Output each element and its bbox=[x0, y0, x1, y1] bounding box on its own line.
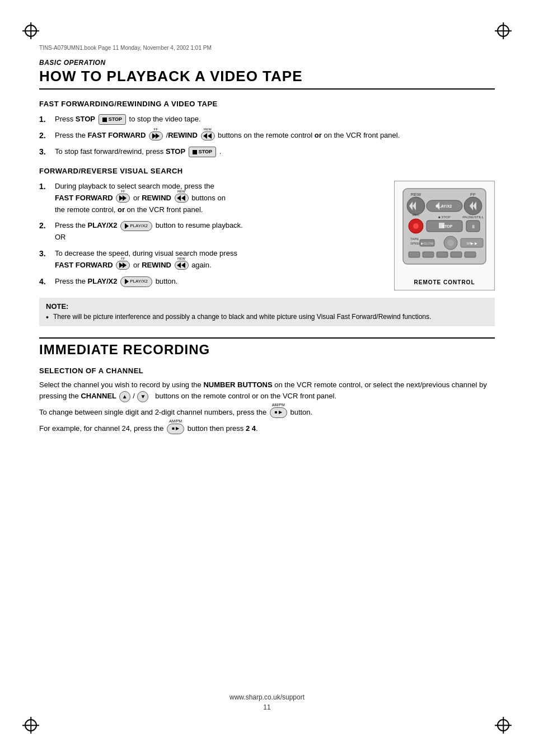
ff-triangle2-icon bbox=[156, 133, 160, 139]
ff-button-icon: FF bbox=[149, 132, 163, 140]
svg-text:▶SLOW: ▶SLOW bbox=[421, 242, 434, 245]
ampm-button-icon: AM/PM ■ ▶ bbox=[270, 407, 287, 418]
main-title: HOW TO PLAYBACK A VIDEO TAPE bbox=[39, 68, 495, 90]
svg-text:■ STOP: ■ STOP bbox=[438, 215, 451, 219]
play-button-icon: PLAY/X2 bbox=[120, 221, 152, 232]
stop-square2-icon bbox=[193, 150, 197, 154]
section2-list: 1. During playback to select search mode… bbox=[39, 181, 383, 288]
list-item: 2. Press the FAST FORWARD FF /REWIND REW bbox=[39, 130, 495, 142]
remote-svg: REW FF PLAY/X2 bbox=[400, 186, 489, 275]
svg-text:SP▶ ▶: SP▶ ▶ bbox=[466, 242, 477, 245]
ff-button3-icon: FF bbox=[116, 261, 130, 270]
rew-tri3-icon bbox=[177, 262, 181, 268]
reg-mark-tl bbox=[22, 22, 39, 39]
play-triangle-icon bbox=[125, 223, 129, 229]
svg-text:PAUSE/STILL: PAUSE/STILL bbox=[462, 215, 484, 219]
list-item: 3. To stop fast forward/rewind, press ST… bbox=[39, 146, 495, 158]
list-item: 1. During playback to select search mode… bbox=[39, 181, 383, 215]
ff-tri4-icon bbox=[123, 262, 127, 268]
remote-diagram: REW FF PLAY/X2 bbox=[394, 181, 495, 290]
section1-heading: FAST FORWARDING/REWINDING A VIDEO TAPE bbox=[39, 100, 495, 108]
rew-button2-icon: REW bbox=[175, 194, 189, 203]
svg-point-13 bbox=[413, 223, 419, 229]
list-item: 4. Press the PLAY/X2 PLAY/X2 button. bbox=[39, 276, 383, 288]
rew-button-icon: REW bbox=[201, 132, 215, 140]
page: TINS-A079UMN1.book Page 11 Monday, Novem… bbox=[0, 0, 534, 756]
note-title: NOTE: bbox=[46, 302, 488, 311]
ampm-label-top2: AM/PM bbox=[169, 418, 182, 424]
footer-url: www.sharp.co.uk/support bbox=[39, 693, 495, 701]
svg-text:PLAY/X2: PLAY/X2 bbox=[436, 204, 452, 208]
page-footer: www.sharp.co.uk/support 11 bbox=[39, 693, 495, 711]
svg-rect-34 bbox=[465, 252, 476, 257]
svg-text:TAPE: TAPE bbox=[410, 237, 419, 241]
section-label: BASIC OPERATION bbox=[39, 59, 495, 67]
rew-triangle2-icon bbox=[203, 133, 207, 139]
reg-mark-tr bbox=[495, 22, 512, 39]
stop-button2-icon: STOP bbox=[189, 147, 216, 157]
play-button2-icon: PLAY/X2 bbox=[120, 276, 152, 287]
ampm-button2-icon: AM/PM ■ ▶ bbox=[167, 424, 184, 434]
svg-point-27 bbox=[447, 240, 454, 246]
right-column: REW FF PLAY/X2 bbox=[394, 181, 495, 290]
svg-text:STOP: STOP bbox=[442, 224, 453, 228]
stop-square-icon bbox=[102, 118, 107, 122]
file-info: TINS-A079UMN1.book Page 11 Monday, Novem… bbox=[39, 45, 495, 51]
reg-mark-bl bbox=[22, 717, 39, 734]
svg-text:REC: REC bbox=[413, 213, 420, 217]
two-column-layout: 1. During playback to select search mode… bbox=[39, 181, 495, 292]
list-item: 1. Press STOP STOP to stop the video tap… bbox=[39, 114, 495, 125]
section3-heading: SELECTION OF A CHANNEL bbox=[39, 367, 495, 375]
rew-button3-icon: REW bbox=[175, 261, 189, 270]
rew-tri4-icon bbox=[181, 262, 185, 268]
stop-button-icon: STOP bbox=[99, 114, 126, 124]
ff-button2-icon: FF bbox=[116, 194, 130, 203]
svg-rect-31 bbox=[423, 252, 434, 257]
svg-rect-30 bbox=[409, 252, 420, 257]
svg-text:FF: FF bbox=[470, 192, 476, 197]
play-triangle2-icon bbox=[125, 279, 129, 284]
section3-body2: To change between single digit and 2-dig… bbox=[39, 407, 495, 419]
svg-rect-33 bbox=[451, 252, 462, 257]
section1-list: 1. Press STOP STOP to stop the video tap… bbox=[39, 114, 495, 158]
rew-triangle1-icon bbox=[208, 133, 212, 139]
section3-body3: For example, for channel 24, press the A… bbox=[39, 423, 495, 435]
svg-text:REW: REW bbox=[411, 192, 421, 197]
list-item: 3. To decrease the speed, during visual … bbox=[39, 248, 383, 271]
svg-rect-32 bbox=[437, 252, 448, 257]
page-content: TINS-A079UMN1.book Page 11 Monday, Novem… bbox=[39, 45, 495, 711]
section3-body1: Select the channel you wish to record by… bbox=[39, 379, 495, 403]
rew-tri1-icon bbox=[181, 195, 185, 201]
ff-tri2-icon bbox=[123, 195, 127, 201]
remote-title: REMOTE CONTROL bbox=[399, 279, 490, 285]
note-box: NOTE: There will be picture interference… bbox=[39, 298, 495, 326]
list-item: 2. Press the PLAY/X2 PLAY/X2 button to r… bbox=[39, 220, 383, 243]
rew-tri2-icon bbox=[177, 195, 181, 201]
left-column: 1. During playback to select search mode… bbox=[39, 181, 383, 292]
ampm-label-top: AM/PM bbox=[272, 402, 285, 408]
channel-down-icon: ▼ bbox=[137, 391, 148, 402]
section2-heading: FORWARD/REVERSE VISUAL SEARCH bbox=[39, 167, 495, 175]
note-text: There will be picture interference and p… bbox=[46, 313, 488, 322]
svg-text:⏸: ⏸ bbox=[471, 224, 475, 229]
section-divider bbox=[39, 337, 495, 339]
section3-title: IMMEDIATE RECORDING bbox=[39, 342, 495, 358]
footer-page-number: 11 bbox=[39, 703, 495, 711]
channel-up-icon: ▲ bbox=[119, 391, 130, 402]
reg-mark-br bbox=[495, 717, 512, 734]
